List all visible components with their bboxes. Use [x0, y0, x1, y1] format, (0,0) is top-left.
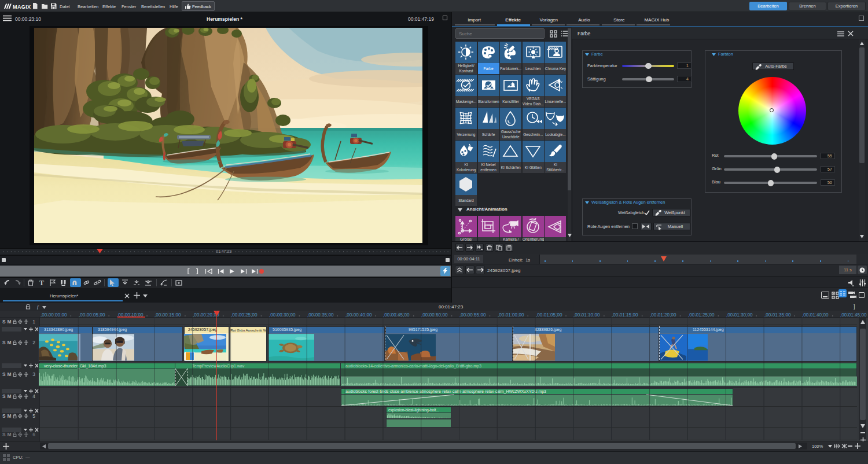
- svg-text:,00:01:30;00: ,00:01:30;00: [726, 312, 753, 318]
- svg-text:,00:01:45;00: ,00:01:45;00: [840, 312, 867, 318]
- svg-text:,00:00:55;00: ,00:00:55;00: [459, 312, 486, 318]
- svg-text:S: S: [2, 319, 6, 324]
- svg-text:,00:00:50;00: ,00:00:50;00: [421, 312, 448, 318]
- svg-text:,00:00:45;00: ,00:00:45;00: [383, 312, 410, 318]
- svg-text:S: S: [2, 340, 6, 345]
- svg-text:,00:01:25;00: ,00:01:25;00: [688, 312, 715, 318]
- svg-text:MAGIX: MAGIX: [13, 4, 31, 9]
- svg-text:,00:01:00;00: ,00:01:00;00: [498, 312, 524, 318]
- svg-text:S: S: [2, 432, 6, 437]
- svg-text:,00:00:25;00: ,00:00:25;00: [231, 312, 258, 318]
- svg-text:,00:00:00;00: ,00:00:00;00: [41, 312, 67, 318]
- svg-text:,00:01:15;00: ,00:01:15;00: [612, 312, 638, 318]
- svg-text:,00:00:30;00: ,00:00:30;00: [269, 312, 296, 318]
- svg-text:1: 1: [32, 319, 35, 324]
- svg-text:6: 6: [32, 432, 35, 437]
- svg-text:,00:00:15;00: ,00:00:15;00: [155, 312, 181, 318]
- svg-text:,00:00:05;00: ,00:00:05;00: [79, 312, 105, 318]
- svg-text:,00:00:40;00: ,00:00:40;00: [345, 312, 372, 318]
- svg-text:M: M: [7, 340, 11, 345]
- svg-text:,00:01:35;00: ,00:01:35;00: [764, 312, 791, 318]
- svg-text:2: 2: [32, 340, 35, 345]
- svg-text:,00:00:35;00: ,00:00:35;00: [307, 312, 334, 318]
- svg-text:M: M: [7, 319, 11, 324]
- svg-text:M: M: [7, 432, 11, 437]
- svg-text:,00:01:10;00: ,00:01:10;00: [573, 312, 600, 318]
- svg-text:,00:01:40;00: ,00:01:40;00: [802, 312, 829, 318]
- svg-text:T: T: [39, 279, 44, 286]
- svg-text:,00:01:05;00: ,00:01:05;00: [536, 312, 562, 318]
- svg-text:,00:01:20;00: ,00:01:20;00: [650, 312, 676, 318]
